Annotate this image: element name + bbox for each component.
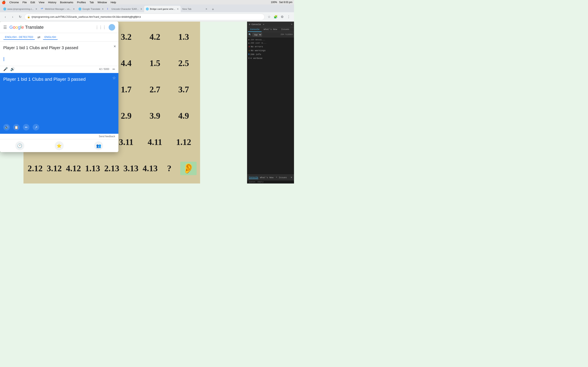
tab-close-bridge[interactable]: × [177, 7, 179, 11]
bookmark-icon[interactable]: ☆ [266, 14, 272, 20]
tab-favicon-webhost: cP [41, 8, 44, 10]
devtools-title: Console [251, 23, 261, 26]
cell-6-question[interactable]: ? [161, 164, 177, 173]
tab-close-rjm[interactable]: × [35, 7, 38, 11]
tab-label-translate: Google Translate [82, 8, 100, 10]
share-output-icon[interactable]: ↗ [33, 124, 39, 131]
devtools-tab-issues[interactable]: Issues [279, 27, 291, 32]
tab-newtab[interactable]: New Tab × [181, 6, 209, 12]
text-cursor [4, 57, 4, 61]
devtools-panel-close[interactable]: × [291, 176, 292, 179]
error-message: No errors [251, 45, 293, 48]
tab-label-bridge: Bridge card game whe... [150, 8, 175, 10]
cell-3-6: 3.7 [176, 85, 192, 94]
devtools-expand-icon[interactable]: » [263, 23, 264, 26]
queue-status: Queue: empty [247, 180, 294, 184]
devtools-footer: Console What's New × Issues × [247, 175, 294, 180]
devtools-toolbar: 🔍 top 204 hidden [247, 32, 294, 37]
tab-close-webhost[interactable]: × [72, 7, 75, 11]
menu-profiles[interactable]: Profiles [77, 1, 86, 4]
send-feedback-link[interactable]: Send feedback [0, 134, 118, 139]
devtools-tab-console[interactable]: Console [248, 27, 261, 32]
apps-icon[interactable]: ⋮⋮⋮ [95, 25, 106, 30]
footer-issues[interactable]: Issues [279, 176, 287, 179]
history-icon: 🕐 [15, 141, 24, 150]
devtools-context-select[interactable]: top [252, 33, 262, 36]
browser-window: 🌐 www.rjmprogramming.c... × cP WebHost M… [0, 4, 294, 184]
devtools-row-messages[interactable]: ▶ 204 messa... [247, 38, 294, 42]
menu-help[interactable]: Help [111, 1, 116, 4]
menu-bookmarks[interactable]: Bookmarks [60, 1, 73, 4]
devtools-row-user[interactable]: ▶ 200 user m... [247, 42, 294, 45]
source-language-button[interactable]: ENGLISH - DETECTED [3, 35, 35, 40]
clear-input-icon[interactable]: × [113, 44, 116, 49]
back-button[interactable]: ‹ [2, 14, 8, 20]
devtools-console-content: ▶ 204 messa... ▶ 200 user m... ✕ No erro… [247, 37, 294, 175]
translate-output-actions: 🔊 📋 ✏ ↗ [3, 124, 115, 131]
devtools-settings-icon[interactable]: ⚙ [249, 23, 250, 26]
tab-bridge[interactable]: 🌐 Bridge card game whe... × [144, 6, 181, 12]
apple-menu[interactable]: 🍎 [2, 0, 6, 4]
menu-dots-icon[interactable]: ⋮ [286, 14, 292, 20]
cell-6-7: 4.13 [142, 164, 158, 173]
extension-icon[interactable]: 🧩 [273, 14, 278, 20]
devtools-row-verbose[interactable]: ℹ 4 verbose [247, 56, 294, 60]
speaker-icon[interactable]: 🔊 [10, 67, 15, 71]
devtools-row-info[interactable]: ℹ 200 info [247, 52, 294, 56]
clock: Sat 8:03 pm [279, 1, 292, 4]
tab-label-newtab: New Tab [182, 8, 204, 10]
tab-rjm[interactable]: 🌐 www.rjmprogramming.c... × [2, 6, 39, 12]
tab-webhost[interactable]: cP WebHost Manager – vs... × [39, 6, 77, 12]
nav-saved[interactable]: ⭐ [55, 141, 64, 150]
tab-close-unicode[interactable]: × [140, 7, 143, 11]
settings-icon[interactable]: ⚙ [279, 14, 285, 20]
menu-file[interactable]: File [22, 1, 27, 4]
user-avatar[interactable] [109, 24, 115, 31]
translate-output-area: ☆ Player 1 bid 1 Clubs and Player 3 pass… [0, 73, 118, 134]
menu-window[interactable]: Window [97, 1, 107, 4]
lock-icon: 🔒 [27, 16, 30, 18]
tab-favicon-bridge: 🌐 [146, 8, 149, 10]
tab-close-newtab[interactable]: × [205, 7, 208, 11]
tab-unicode[interactable]: ℹ Unicode Character 'EAR... × [105, 6, 144, 12]
star-output-icon[interactable]: ☆ [112, 75, 116, 80]
translate-input-area[interactable]: Player 1 bid 1 Clubs and Player 3 passed… [0, 42, 118, 66]
reload-button[interactable]: ↻ [17, 14, 23, 20]
new-tab-button[interactable]: + [210, 7, 216, 12]
translate-logo: Google Translate [9, 25, 44, 30]
edit-output-icon[interactable]: ✏ [23, 124, 29, 131]
target-language-button[interactable]: ENGLISH [43, 35, 58, 40]
tab-google-translate[interactable]: 🌐 Google Translate × [77, 6, 106, 12]
cell-6-3: 4.12 [65, 164, 82, 173]
devtools-close-icon[interactable]: × [291, 23, 292, 26]
translate-menu-icon[interactable]: ☰ [3, 25, 7, 30]
copy-output-icon[interactable]: 📋 [13, 124, 20, 131]
menu-view[interactable]: View [39, 1, 44, 4]
menu-tab[interactable]: Tab [89, 1, 94, 4]
footer-console[interactable]: Console [249, 176, 258, 179]
menu-edit[interactable]: Edit [30, 1, 35, 4]
footer-whatsnew[interactable]: What's New [260, 176, 273, 179]
menu-chrome[interactable]: Chrome [9, 1, 19, 4]
nav-community[interactable]: 👥 [94, 141, 103, 150]
footer-whatsnew-close[interactable]: × [276, 176, 277, 179]
devtools-row-warnings[interactable]: ⚠ No warnings [247, 49, 294, 52]
microphone-icon[interactable]: 🎤 [3, 67, 8, 71]
messages-count: 204 messa... [251, 39, 265, 41]
translate-header-right: ⋮⋮⋮ [95, 24, 115, 31]
language-selector: ENGLISH - DETECTED ⇌ ENGLISH [0, 33, 118, 42]
nav-history[interactable]: 🕐 [15, 141, 24, 150]
play-output-icon[interactable]: 🔊 [3, 124, 10, 131]
tab-close-translate[interactable]: × [102, 7, 104, 11]
address-bar[interactable]: 🔒 rjmprogramming.com.au/HTMLCSS/cards_us… [25, 14, 265, 20]
devtools-tab-whatsnew[interactable]: What's New [261, 27, 279, 32]
devtools-panel: ⚙ Console » × Console What's New Issues … [247, 22, 294, 184]
devtools-row-errors[interactable]: ✕ No errors [247, 45, 294, 49]
forward-button[interactable]: › [10, 14, 16, 20]
devtools-tabs: Console What's New Issues [247, 27, 294, 32]
edit-icon[interactable]: ✏ [112, 67, 115, 71]
devtools-filter-icon[interactable]: 🔍 [249, 33, 251, 36]
verbose-icon: ℹ [249, 57, 250, 60]
language-swap-icon[interactable]: ⇌ [37, 35, 40, 40]
menu-history[interactable]: History [48, 1, 56, 4]
